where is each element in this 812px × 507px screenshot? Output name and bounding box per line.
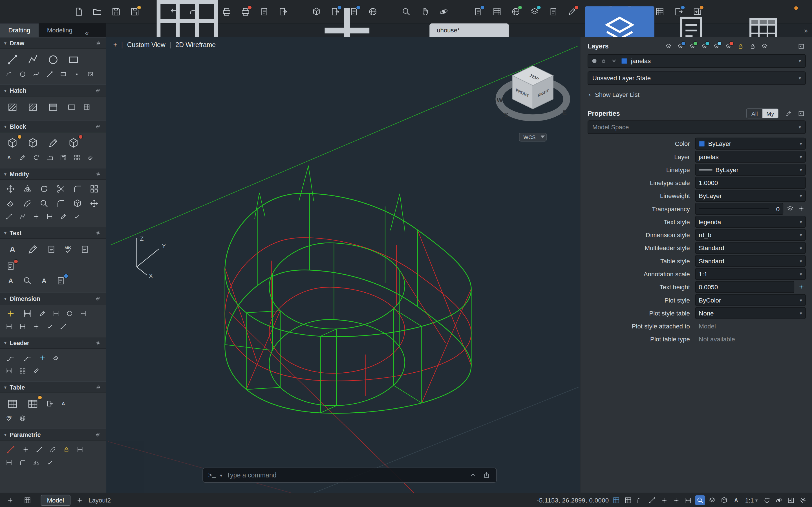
collect-leaders-icon[interactable] bbox=[17, 366, 28, 375]
polyline-icon[interactable] bbox=[24, 52, 42, 67]
region-icon[interactable] bbox=[85, 69, 96, 78]
open-file-icon[interactable] bbox=[91, 5, 103, 18]
section-header-draw[interactable]: ▾Draw bbox=[0, 37, 106, 49]
gear-icon[interactable] bbox=[94, 40, 102, 47]
color-dropdown[interactable]: ByLayer▾ bbox=[695, 138, 806, 150]
text-height-input[interactable]: 0.0050 bbox=[695, 281, 794, 293]
collapse-panel-icon[interactable] bbox=[796, 42, 806, 50]
table-icon[interactable] bbox=[4, 396, 21, 411]
layer-freeze-icon[interactable] bbox=[611, 58, 617, 64]
edit-attribute-icon[interactable] bbox=[17, 153, 28, 162]
object-snap-icon[interactable] bbox=[659, 495, 669, 505]
quick-select-icon[interactable] bbox=[784, 109, 793, 118]
insert-block-tool-icon[interactable] bbox=[4, 135, 21, 151]
viewport-menu-button[interactable]: + bbox=[113, 41, 117, 48]
coincident-constraint-icon[interactable] bbox=[20, 445, 31, 454]
export-table-icon[interactable] bbox=[44, 399, 55, 408]
lineweight-display-icon[interactable] bbox=[683, 495, 693, 505]
show-layer-list[interactable]: › Show Layer List bbox=[589, 91, 806, 99]
tolerance-icon[interactable] bbox=[44, 322, 55, 331]
data-link-icon[interactable] bbox=[17, 413, 28, 423]
ortho-mode-icon[interactable] bbox=[635, 495, 645, 505]
table-cell-style-icon[interactable] bbox=[58, 399, 69, 408]
fillet-icon[interactable] bbox=[70, 182, 85, 195]
layer-states-icon[interactable] bbox=[676, 42, 685, 50]
annotation-visibility-icon[interactable] bbox=[731, 495, 741, 505]
align-icon[interactable] bbox=[4, 212, 15, 221]
orbit-icon[interactable] bbox=[437, 5, 450, 18]
gear-icon[interactable] bbox=[94, 229, 102, 236]
explode-icon[interactable] bbox=[70, 197, 85, 210]
grid-display-icon[interactable] bbox=[611, 495, 621, 505]
gear-icon[interactable] bbox=[94, 123, 102, 130]
viewcube-east[interactable]: E bbox=[562, 109, 567, 116]
gradient-icon[interactable] bbox=[44, 99, 62, 115]
scale-text-icon[interactable] bbox=[37, 274, 51, 287]
selection-cycling-icon[interactable] bbox=[695, 495, 705, 505]
dimension-style-icon[interactable] bbox=[37, 309, 48, 318]
array-icon[interactable] bbox=[87, 182, 101, 195]
table-style-icon[interactable] bbox=[24, 396, 42, 411]
visual-style-control[interactable]: 2D Wireframe bbox=[175, 41, 216, 48]
gear-icon[interactable] bbox=[94, 339, 102, 346]
collinear-constraint-icon[interactable] bbox=[34, 445, 45, 454]
layer-off-icon[interactable] bbox=[724, 42, 733, 50]
linetype-scale-input[interactable]: 1.0000 bbox=[695, 177, 806, 189]
block-library-icon[interactable] bbox=[44, 153, 55, 162]
remove-leader-icon[interactable] bbox=[51, 353, 62, 362]
edit-leader-icon[interactable] bbox=[31, 366, 42, 375]
viewcube[interactable]: W S E TOP FRONT RIGHT WCS bbox=[497, 66, 567, 141]
wcs-selector[interactable]: WCS bbox=[519, 133, 546, 142]
hatch-pattern-icon[interactable] bbox=[24, 99, 42, 115]
filter-my-button[interactable]: My bbox=[762, 109, 778, 118]
layer-lock-icon[interactable] bbox=[600, 58, 607, 64]
new-file-icon[interactable] bbox=[72, 5, 84, 18]
dimension-icon[interactable] bbox=[20, 307, 35, 320]
annotation-scale-dropdown[interactable]: 1:1▾ bbox=[695, 268, 806, 280]
add-palette-icon[interactable] bbox=[5, 495, 15, 505]
command-line[interactable]: >_ ▾ Type a command bbox=[202, 467, 497, 483]
transparency-pick-icon[interactable] bbox=[796, 204, 806, 214]
export-pdf-icon[interactable] bbox=[4, 260, 18, 272]
polygon-icon[interactable] bbox=[58, 69, 69, 78]
gear-icon[interactable] bbox=[94, 295, 102, 302]
share-icon[interactable] bbox=[481, 470, 491, 480]
section-header-text[interactable]: ▾Text bbox=[0, 227, 106, 239]
island-detection-icon[interactable] bbox=[82, 102, 93, 112]
trim-icon[interactable] bbox=[54, 182, 68, 195]
layer-properties-icon[interactable] bbox=[664, 42, 673, 50]
purge-icon[interactable] bbox=[85, 153, 96, 162]
annotation-scale-selector[interactable]: 1:1 ▾ bbox=[743, 497, 760, 504]
drawing-file-tab[interactable]: uhouse* bbox=[429, 23, 509, 37]
point-icon[interactable] bbox=[71, 69, 83, 78]
overkill-icon[interactable] bbox=[71, 212, 83, 221]
table-style-dropdown[interactable]: Standard▾ bbox=[695, 255, 806, 267]
stretch-icon[interactable] bbox=[87, 197, 101, 210]
wireframe-drawing[interactable]: Z Y X W S E TOP FRONT RIGHT bbox=[106, 37, 580, 493]
section-header-parametric[interactable]: ▾Parametric bbox=[0, 429, 106, 441]
tool-palettes-icon[interactable] bbox=[491, 5, 503, 18]
insert-formula-icon[interactable] bbox=[4, 413, 15, 423]
spline-icon[interactable] bbox=[31, 69, 42, 78]
collapse-palette-icon[interactable]: « bbox=[81, 29, 93, 37]
dimension-style-dropdown[interactable]: rd_b▾ bbox=[695, 229, 806, 241]
align-leaders-icon[interactable] bbox=[4, 366, 15, 375]
arc-icon[interactable] bbox=[4, 69, 15, 78]
replace-block-icon[interactable] bbox=[71, 153, 83, 162]
command-input[interactable]: Type a command bbox=[226, 471, 464, 479]
scale-icon[interactable] bbox=[37, 197, 51, 210]
save-block-icon[interactable] bbox=[58, 153, 69, 162]
auto-constrain-icon[interactable] bbox=[44, 458, 55, 467]
sheet-set-manager-icon[interactable] bbox=[528, 5, 541, 18]
section-header-table[interactable]: ▾Table bbox=[0, 381, 106, 393]
layer-isolate-icon[interactable] bbox=[700, 42, 709, 50]
layer-lock-icon[interactable] bbox=[736, 42, 745, 50]
palette-menu-icon[interactable] bbox=[22, 495, 33, 505]
text-style-dropdown[interactable]: legenda▾ bbox=[695, 216, 806, 228]
write-block-icon[interactable] bbox=[65, 135, 83, 151]
line-icon[interactable] bbox=[4, 52, 21, 67]
expand-command-icon[interactable] bbox=[468, 470, 477, 480]
baseline-dimension-icon[interactable] bbox=[4, 322, 15, 331]
justify-text-icon[interactable] bbox=[4, 274, 18, 287]
boundary-icon[interactable] bbox=[65, 101, 79, 113]
